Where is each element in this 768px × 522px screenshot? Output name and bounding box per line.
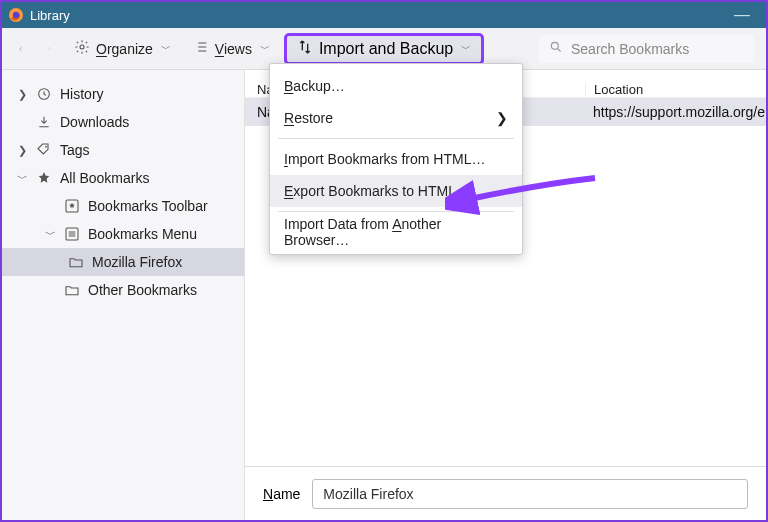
chevron-down-icon: ﹀	[461, 42, 471, 56]
forward-button	[38, 37, 60, 61]
cell-location: https://support.mozilla.org/e	[585, 104, 766, 120]
sidebar-item-bookmarks-menu[interactable]: ﹀ Bookmarks Menu	[2, 220, 244, 248]
menu-separator	[278, 138, 514, 139]
detail-name-input[interactable]	[312, 479, 748, 509]
sidebar-item-label: Other Bookmarks	[88, 282, 197, 298]
window-titlebar: Library —	[2, 2, 766, 28]
svg-point-5	[45, 146, 47, 148]
search-input[interactable]: Search Bookmarks	[539, 35, 754, 63]
views-label: Views	[215, 41, 252, 57]
sidebar-item-label: Bookmarks Menu	[88, 226, 197, 242]
sidebar-item-label: Tags	[60, 142, 90, 158]
folder-icon	[68, 254, 84, 270]
sidebar-item-mozilla-firefox[interactable]: Mozilla Firefox	[2, 248, 244, 276]
menu-separator	[278, 211, 514, 212]
menu-item-export-html[interactable]: Export Bookmarks to HTML…	[270, 175, 522, 207]
star-icon	[36, 170, 52, 186]
chevron-right-icon: ❯	[496, 110, 508, 126]
download-icon	[36, 114, 52, 130]
sidebar-item-label: Downloads	[60, 114, 129, 130]
import-backup-dropdown: Backup… Restore ❯ Import Bookmarks from …	[269, 63, 523, 255]
sidebar-item-label: History	[60, 86, 104, 102]
views-menu[interactable]: Views ﹀	[185, 36, 278, 61]
detail-name-label: Name	[263, 486, 300, 502]
window-title: Library	[30, 8, 724, 23]
import-backup-label: Import and Backup	[319, 40, 453, 58]
firefox-icon	[8, 7, 24, 23]
menu-item-import-html[interactable]: Import Bookmarks from HTML…	[270, 143, 522, 175]
tags-icon	[36, 142, 52, 158]
sidebar-item-label: Mozilla Firefox	[92, 254, 182, 270]
menu-item-restore[interactable]: Restore ❯	[270, 102, 522, 134]
import-export-icon	[297, 39, 313, 59]
detail-bar: Name	[245, 466, 766, 520]
menu-box-icon	[64, 226, 80, 242]
chevron-down-icon: ﹀	[260, 42, 270, 56]
folder-icon	[64, 282, 80, 298]
search-icon	[549, 40, 563, 57]
sidebar-item-all-bookmarks[interactable]: ﹀ All Bookmarks	[2, 164, 244, 192]
star-box-icon	[64, 198, 80, 214]
window-minimize-button[interactable]: —	[724, 6, 760, 24]
sidebar-item-bookmarks-toolbar[interactable]: Bookmarks Toolbar	[2, 192, 244, 220]
sidebar-item-tags[interactable]: ❯ Tags	[2, 136, 244, 164]
gear-icon	[74, 39, 90, 58]
menu-item-import-browser[interactable]: Import Data from Another Browser…	[270, 216, 522, 248]
chevron-right-icon: ❯	[16, 88, 28, 101]
chevron-down-icon: ﹀	[44, 227, 56, 242]
svg-point-3	[551, 42, 558, 49]
svg-point-2	[80, 45, 84, 49]
organize-label: Organize	[96, 41, 153, 57]
sidebar-item-history[interactable]: ❯ History	[2, 80, 244, 108]
sidebar-item-label: All Bookmarks	[60, 170, 149, 186]
organize-menu[interactable]: Organize ﹀	[66, 36, 179, 61]
menu-item-backup[interactable]: Backup…	[270, 70, 522, 102]
sidebar-tree: ❯ History Downloads ❯ Tags ﹀ All Bookmar…	[2, 70, 245, 520]
chevron-down-icon: ﹀	[16, 171, 28, 186]
sidebar-item-other-bookmarks[interactable]: Other Bookmarks	[2, 276, 244, 304]
clock-icon	[36, 86, 52, 102]
svg-point-1	[13, 12, 19, 18]
content-pane: Name Location Na https://support.mozilla…	[245, 70, 766, 520]
chevron-down-icon: ﹀	[161, 42, 171, 56]
search-placeholder: Search Bookmarks	[571, 41, 689, 57]
back-button[interactable]	[10, 37, 32, 61]
chevron-right-icon: ❯	[16, 144, 28, 157]
import-backup-menu[interactable]: Import and Backup ﹀	[284, 33, 484, 65]
list-icon	[193, 39, 209, 58]
sidebar-item-label: Bookmarks Toolbar	[88, 198, 208, 214]
column-header-location[interactable]: Location	[585, 82, 766, 97]
sidebar-item-downloads[interactable]: Downloads	[2, 108, 244, 136]
